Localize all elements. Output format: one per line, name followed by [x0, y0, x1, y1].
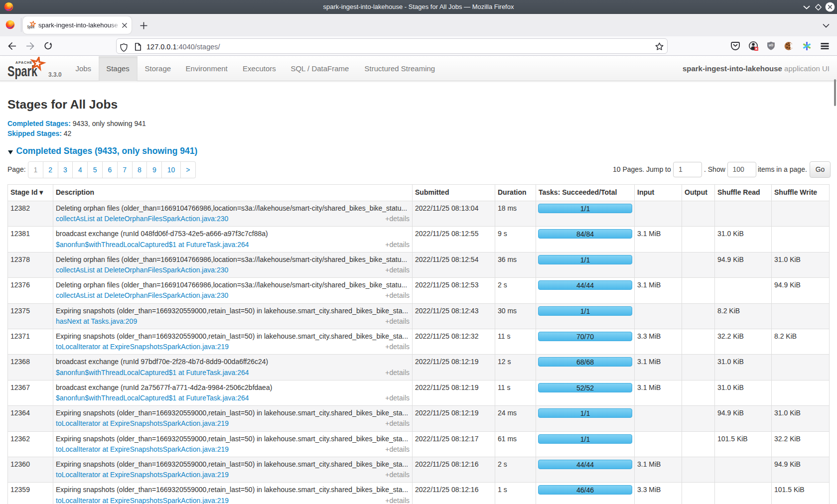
svg-text:Spark: Spark: [7, 63, 37, 79]
svg-text:uO: uO: [769, 43, 773, 47]
